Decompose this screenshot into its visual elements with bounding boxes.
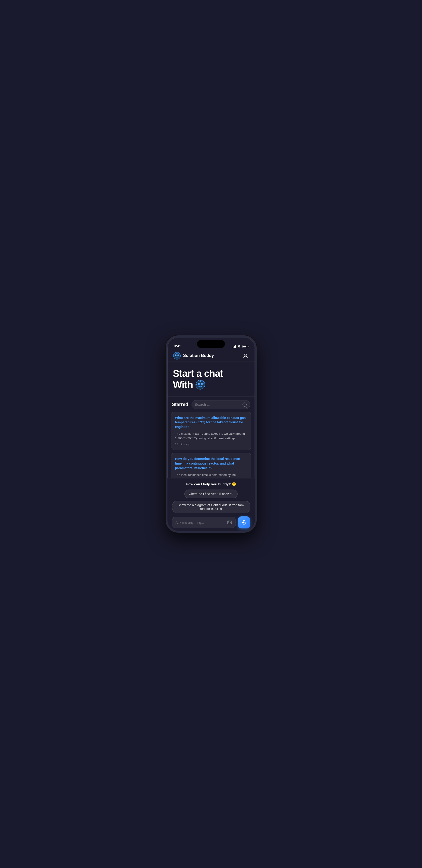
svg-point-11 xyxy=(198,383,199,384)
svg-rect-15 xyxy=(228,521,232,524)
battery-icon xyxy=(242,345,248,348)
image-attach-icon[interactable] xyxy=(227,520,232,525)
search-box[interactable]: Search ... xyxy=(191,400,250,409)
phone-frame: 9:41 xyxy=(165,335,257,533)
search-icon xyxy=(242,403,247,407)
dynamic-island xyxy=(197,340,225,348)
search-placeholder: Search ... xyxy=(195,403,241,406)
hero-logo xyxy=(195,380,206,390)
hero-section: Start a chat With xyxy=(168,362,255,397)
card2-answer: The ideal residence time is determined b… xyxy=(175,473,247,478)
profile-button[interactable] xyxy=(242,352,249,360)
nav-title: Solution Buddy xyxy=(183,353,214,358)
suggestion-chips: where do I find Venturi nozzle? Show me … xyxy=(172,490,250,513)
hero-line2: With xyxy=(173,379,249,391)
chat-card-1[interactable]: What are the maximum allowable exhaust g… xyxy=(171,412,251,450)
starred-header: Starred Search ... xyxy=(168,397,255,412)
svg-point-14 xyxy=(200,380,201,381)
svg-point-12 xyxy=(201,383,202,384)
status-icons xyxy=(232,345,248,348)
card1-answer: The maximum EGT during takeoff is typica… xyxy=(175,431,247,440)
mic-button[interactable] xyxy=(238,517,250,528)
svg-point-4 xyxy=(178,354,178,355)
starred-label: Starred xyxy=(172,402,188,407)
svg-point-7 xyxy=(245,354,246,356)
card2-question: How do you determine the ideal residence… xyxy=(175,457,247,470)
nav-bar: Solution Buddy xyxy=(168,350,255,362)
signal-icon xyxy=(232,345,236,348)
chat-card-2[interactable]: How do you determine the ideal residence… xyxy=(171,453,251,478)
app-logo xyxy=(173,352,181,360)
suggestion-chip-1[interactable]: where do I find Venturi nozzle? xyxy=(184,490,237,498)
input-field[interactable]: Ask me anything... xyxy=(172,517,236,528)
person-icon xyxy=(243,353,248,359)
help-text: How can I help you buddy? 🙂 xyxy=(172,482,250,486)
starred-section: Starred Search ... What are the maximum … xyxy=(168,397,255,478)
suggestion-chip-2[interactable]: Show me a diagram of Continuous stirred … xyxy=(172,501,250,513)
svg-rect-17 xyxy=(243,520,245,523)
svg-point-3 xyxy=(175,354,176,355)
card1-question: What are the maximum allowable exhaust g… xyxy=(175,416,247,429)
svg-point-16 xyxy=(229,522,229,522)
wifi-icon xyxy=(237,345,241,348)
microphone-icon xyxy=(242,520,247,525)
chat-cards: What are the maximum allowable exhaust g… xyxy=(168,412,255,478)
input-placeholder: Ask me anything... xyxy=(176,521,224,525)
input-bar: Ask me anything... xyxy=(172,517,250,528)
svg-point-6 xyxy=(177,352,177,353)
hero-line1: Start a chat xyxy=(173,368,249,379)
status-time: 9:41 xyxy=(174,344,181,348)
bottom-area: How can I help you buddy? 🙂 where do I f… xyxy=(168,478,255,531)
card1-time: 28 mins ago xyxy=(175,443,247,446)
